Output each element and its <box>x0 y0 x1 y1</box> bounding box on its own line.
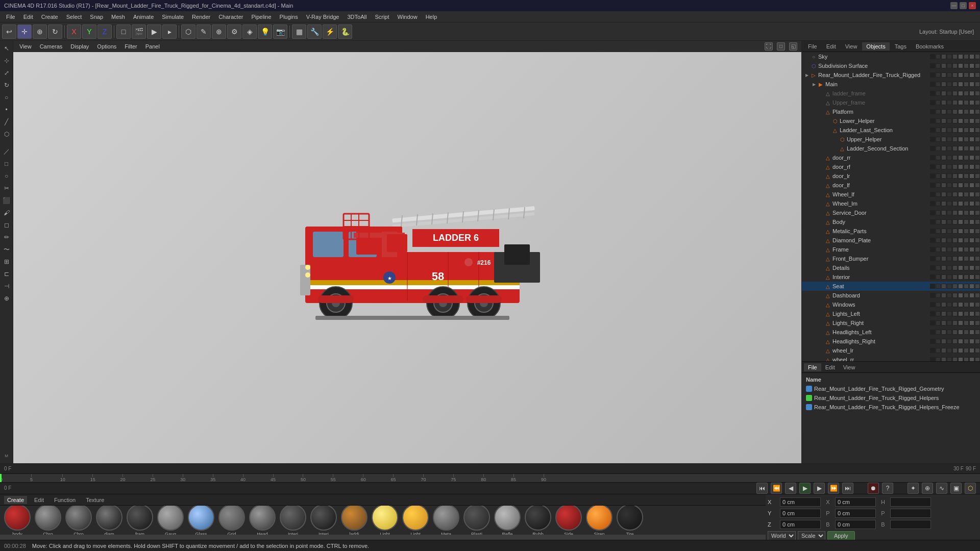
weld-tool[interactable]: ⊕ <box>1 293 12 304</box>
material-item[interactable]: Light <box>402 506 429 535</box>
key-btn[interactable]: ✦ <box>908 483 919 494</box>
object-list-item[interactable]: △door_lf <box>802 181 980 190</box>
magnet-btn[interactable]: ⚡ <box>323 24 337 39</box>
menu-animate[interactable]: Animate <box>129 13 158 21</box>
menu-v-ray-bridge[interactable]: V-Ray Bridge <box>302 13 344 21</box>
material-item[interactable]: Chro <box>65 506 92 535</box>
python2-btn[interactable]: ⬡ <box>965 483 976 494</box>
material-item[interactable]: Meta <box>433 506 459 535</box>
add-btn[interactable]: ⊕ <box>212 24 226 39</box>
erase-tool[interactable]: ◻ <box>1 219 12 231</box>
vp-expand-btn[interactable]: ⛶ <box>765 42 773 51</box>
vp-split-btn[interactable]: □ <box>777 42 785 51</box>
menu-render[interactable]: Render <box>188 13 214 21</box>
world-dropdown[interactable]: World Local <box>768 531 796 540</box>
obj-select-tool[interactable]: ○ <box>1 92 12 103</box>
material-item[interactable]: diam <box>96 506 122 535</box>
menu-pipeline[interactable]: Pipeline <box>247 13 275 21</box>
rotate-tool[interactable]: ↻ <box>48 24 62 39</box>
z-axis-btn[interactable]: Z <box>97 24 112 39</box>
menu-file[interactable]: File <box>2 13 19 21</box>
display-menu[interactable]: Display <box>68 43 91 49</box>
help-btn[interactable]: ? <box>882 483 893 494</box>
jump-end-btn[interactable]: ⏭ <box>842 483 853 494</box>
object-list-item[interactable]: ○Sky <box>802 52 980 61</box>
render-view-btn[interactable]: 🎬 <box>132 24 146 39</box>
timeline-ruler[interactable]: 051015202530354045505560657075808590 <box>0 474 980 482</box>
menu-create[interactable]: Create <box>37 13 62 21</box>
grid-btn[interactable]: ▦ <box>292 24 306 39</box>
spline-tool[interactable]: 〜 <box>1 244 12 255</box>
scale-tool[interactable]: ⊕ <box>33 24 47 39</box>
texture-mat-tab[interactable]: Texture <box>83 496 107 504</box>
material-item[interactable]: Chro <box>35 506 61 535</box>
maximize-btn[interactable]: □ <box>960 2 967 9</box>
mirror-tool[interactable]: ⊣ <box>1 281 12 292</box>
x-size-input[interactable] <box>835 497 876 507</box>
x-pos-input[interactable] <box>780 497 821 507</box>
pen-tool[interactable]: ✏ <box>1 232 12 243</box>
menu-select[interactable]: Select <box>62 13 86 21</box>
b-input[interactable] <box>890 520 931 529</box>
object-list-item[interactable]: ⬡Upper_Helper <box>802 135 980 144</box>
prev-btn[interactable]: ◀ <box>785 483 796 494</box>
object-list-item[interactable]: △Windows <box>802 300 980 309</box>
material-item[interactable]: Gaug <box>157 506 184 535</box>
material-item[interactable]: Glass <box>188 506 214 535</box>
object-list-item[interactable]: △door_rr <box>802 153 980 162</box>
material-item[interactable]: body <box>4 506 31 535</box>
p-input[interactable] <box>890 509 931 518</box>
menu-window[interactable]: Window <box>394 13 422 21</box>
material-item[interactable]: laddi <box>341 506 368 535</box>
object-list-item[interactable]: △Lights_Left <box>802 309 980 318</box>
record-btn[interactable]: ⏺ <box>868 483 879 494</box>
fill-tool[interactable]: ⬛ <box>1 195 12 206</box>
pointer-tool[interactable]: ↖ <box>1 43 12 54</box>
menu-plugins[interactable]: Plugins <box>276 13 302 21</box>
select-tool[interactable]: □ <box>116 24 131 39</box>
menu-help[interactable]: Help <box>422 13 442 21</box>
object-list-item[interactable]: ⬡Lower_Helper <box>802 116 980 126</box>
function-mat-tab[interactable]: Function <box>51 496 79 504</box>
object-list-item[interactable]: △door_rf <box>802 162 980 171</box>
panel-menu[interactable]: Panel <box>143 43 162 49</box>
apply-btn[interactable]: Apply <box>827 531 855 540</box>
circle-tool[interactable]: ○ <box>1 170 12 182</box>
y-size-input[interactable] <box>835 509 876 518</box>
autokey-btn[interactable]: ⊕ <box>922 483 933 494</box>
tags-tab[interactable]: Tags <box>891 42 911 51</box>
file-attr-tab[interactable]: File <box>804 363 821 371</box>
h-input[interactable] <box>890 497 931 507</box>
render-btn[interactable]: ▶ <box>147 24 161 39</box>
object-list-item[interactable]: △Frame <box>802 245 980 254</box>
knife-tool[interactable]: ✂ <box>1 183 12 194</box>
material-item[interactable]: Tire <box>617 506 643 535</box>
prev-frame-btn[interactable]: ⏪ <box>771 483 782 494</box>
cube-btn[interactable]: ⬡ <box>181 24 195 39</box>
object-list-item[interactable]: △Platform <box>802 107 980 116</box>
move-left-tool[interactable]: ⊹ <box>1 55 12 66</box>
expand-btn[interactable]: ▶ <box>804 73 810 78</box>
object-list-item[interactable]: △Ladder_Second_Section <box>802 144 980 153</box>
menu-3dtoall[interactable]: 3DToAll <box>343 13 371 21</box>
objects-tab[interactable]: Objects <box>862 42 889 51</box>
object-list-item[interactable]: ⬡Subdivision Surface <box>802 61 980 70</box>
cameras-menu[interactable]: Cameras <box>38 43 65 49</box>
python-btn[interactable]: 🐍 <box>338 24 352 39</box>
viewport[interactable]: LADDER 6 58 #216 <box>13 52 801 463</box>
edge-tool[interactable]: ╱ <box>1 116 12 128</box>
object-list-item[interactable]: △Upper_frame <box>802 98 980 107</box>
object-list-item[interactable]: △Service_Door <box>802 208 980 217</box>
rotate-left-tool[interactable]: ↻ <box>1 80 12 91</box>
view-menu[interactable]: View <box>17 43 34 49</box>
edit-attr-tab[interactable]: Edit <box>821 363 839 371</box>
motion-btn[interactable]: ▣ <box>950 483 962 494</box>
menu-character[interactable]: Character <box>214 13 247 21</box>
view-tab[interactable]: View <box>841 42 862 51</box>
object-list-item[interactable]: △door_lr <box>802 171 980 181</box>
brush-tool[interactable]: 🖌 <box>1 207 12 218</box>
object-list-item[interactable]: △Wheel_lm <box>802 199 980 208</box>
field-btn[interactable]: ◈ <box>242 24 257 39</box>
camera-btn[interactable]: 📷 <box>273 24 287 39</box>
material-item[interactable]: Head <box>249 506 276 535</box>
